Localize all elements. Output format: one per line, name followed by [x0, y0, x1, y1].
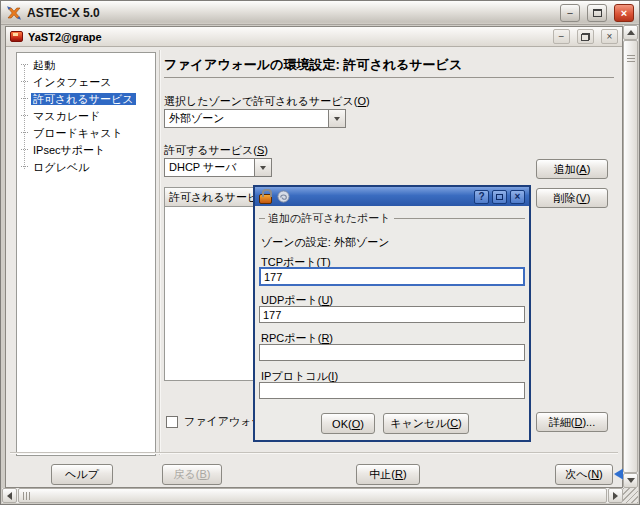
lock-icon [259, 194, 272, 204]
minimize-button[interactable]: − [560, 4, 580, 22]
arrow-down-icon [627, 478, 635, 483]
horizontal-scrollbar[interactable] [2, 488, 623, 503]
arrow-up-icon [627, 30, 635, 35]
thumb-grip [627, 55, 635, 63]
inner-minimize-button[interactable]: − [553, 29, 570, 44]
delete-button[interactable]: 削除(V) [536, 188, 608, 208]
scroll-down-button[interactable] [623, 473, 638, 488]
heading-rule [164, 77, 614, 78]
tcp-port-input[interactable] [259, 267, 525, 286]
group-box-title: 追加の許可されたポート [265, 211, 394, 226]
zone-select-label: 選択したゾーンで許可されるサービス(O) [164, 94, 370, 109]
abort-button[interactable]: 中止(R) [356, 464, 420, 485]
sidebar-tree: 起動 インタフェース 許可されるサービス マスカレード ブロードキャスト IPs… [16, 52, 156, 456]
inner-window-title: YaST2@grape [28, 31, 546, 43]
astec-x-window: ASTEC-X 5.0 − × YaST2@grape − × 起動 インタフェ… [0, 0, 640, 505]
arrow-right-icon [613, 492, 618, 500]
chevron-down-icon [260, 166, 266, 170]
zone-combobox-value: 外部ゾーン [165, 111, 328, 126]
sidebar-item-ipsec[interactable]: IPsecサポート [17, 142, 155, 159]
scroll-up-button[interactable] [623, 25, 638, 40]
chevron-down-icon [334, 117, 340, 121]
service-combobox-arrow[interactable] [254, 159, 271, 176]
ip-protocol-input[interactable] [259, 382, 525, 399]
tree-guide-line [24, 65, 25, 169]
page-title: ファイアウォールの環境設定: 許可されるサービス [164, 56, 462, 74]
window-title: ASTEC-X 5.0 [27, 6, 553, 20]
yast2-app-icon [10, 31, 23, 42]
service-combobox[interactable]: DHCP サーバ [164, 158, 272, 177]
back-button: 戻る(B) [162, 464, 222, 485]
horizontal-scroll-thumb[interactable] [18, 488, 607, 503]
arrow-left-icon [7, 492, 12, 500]
details-button[interactable]: 詳細(D)... [536, 412, 608, 432]
add-button[interactable]: 追加(A) [536, 159, 608, 179]
maximize-button[interactable] [587, 4, 607, 22]
footer-divider [10, 452, 618, 454]
thumb-grip [23, 492, 32, 500]
add-port-dialog: ? × 追加の許可されたポート ゾーンの設定: 外部ゾーン TCPポート(T) … [253, 185, 531, 442]
maximize-icon [593, 9, 602, 17]
scroll-right-button[interactable] [608, 488, 623, 503]
yast-swirl-icon [276, 189, 291, 204]
service-combobox-value: DHCP サーバ [165, 160, 254, 175]
dialog-maximize-button[interactable] [492, 190, 507, 204]
sidebar-item-start[interactable]: 起動 [17, 57, 155, 74]
inner-close-button[interactable]: × [601, 29, 618, 44]
zone-info-text: ゾーンの設定: 外部ゾーン [261, 235, 389, 250]
astec-x-logo-icon [6, 5, 22, 21]
resize-grip[interactable] [623, 488, 638, 503]
sidebar-item-allowed-services[interactable]: 許可されるサービス [17, 91, 155, 108]
inner-titlebar: YaST2@grape − × [6, 27, 622, 47]
vertical-scroll-thumb[interactable] [623, 40, 638, 473]
rpc-port-input[interactable] [259, 344, 525, 361]
help-button[interactable]: ヘルプ [51, 464, 113, 485]
service-select-label: 許可するサービス(S) [164, 143, 268, 158]
sidebar-item-loglevel[interactable]: ログレベル [17, 159, 155, 176]
sidebar-item-broadcast[interactable]: ブロードキャスト [17, 125, 155, 142]
dialog-help-button[interactable]: ? [474, 190, 489, 204]
outer-titlebar: ASTEC-X 5.0 − × [1, 1, 639, 25]
udp-port-input[interactable] [259, 306, 525, 323]
scroll-left-button[interactable] [2, 488, 17, 503]
zone-combobox-arrow[interactable] [328, 110, 345, 127]
firewall-checkbox[interactable] [166, 416, 178, 428]
restore-icon [581, 33, 590, 41]
ok-button[interactable]: OK(O) [321, 413, 375, 434]
next-button[interactable]: 次へ(N) [555, 464, 613, 485]
dialog-close-button[interactable]: × [510, 190, 525, 204]
group-box-legend: 追加の許可されたポート [259, 211, 525, 226]
inner-restore-button[interactable] [577, 29, 594, 44]
zone-combobox[interactable]: 外部ゾーン [164, 109, 346, 128]
vertical-scrollbar[interactable] [623, 25, 638, 488]
sidebar-item-interfaces[interactable]: インタフェース [17, 74, 155, 91]
dialog-titlebar[interactable]: ? × [255, 187, 529, 206]
sidebar-item-masquerade[interactable]: マスカレード [17, 108, 155, 125]
close-button[interactable]: × [614, 4, 634, 22]
maximize-icon [496, 194, 503, 200]
cancel-button[interactable]: キャンセル(C) [383, 413, 469, 434]
pane-divider [159, 50, 161, 455]
